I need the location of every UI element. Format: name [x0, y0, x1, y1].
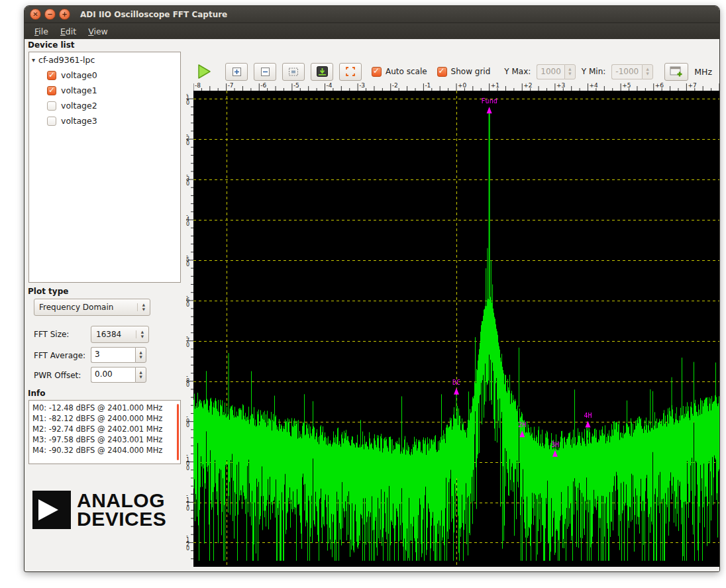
auto-scale-checkbox[interactable] — [372, 67, 382, 77]
spinner-arrows-icon[interactable]: ▲▼ — [135, 347, 146, 363]
titlebar: ✕ − + ADI IIO Oscilloscope FFT Capture — [25, 6, 719, 23]
channel-label: voltage1 — [61, 85, 97, 95]
fft-size-combo[interactable]: 16384 ▲▼ — [91, 326, 149, 343]
zoom-in-button[interactable] — [225, 63, 248, 81]
svg-text:-6: -6 — [260, 82, 266, 89]
app-window: ✕ − + ADI IIO Oscilloscope FFT Capture F… — [24, 5, 720, 572]
svg-text:0: 0 — [186, 302, 189, 308]
channel-checkbox-voltage3[interactable] — [47, 117, 56, 126]
fullscreen-icon — [345, 66, 356, 77]
analog-devices-logo: ANALOG DEVICES — [32, 491, 166, 529]
svg-text:0: 0 — [186, 140, 189, 146]
channel-label: voltage3 — [61, 116, 97, 126]
channel-checkbox-voltage0[interactable] — [47, 71, 56, 80]
new-plot-icon — [670, 66, 684, 77]
minimize-button[interactable]: − — [44, 9, 56, 20]
y-min-value: -1000 — [611, 64, 642, 79]
y-max-value: 1000 — [537, 64, 564, 79]
auto-scale-toggle[interactable]: Auto scale — [372, 67, 427, 77]
channel-row-voltage3[interactable]: voltage3 — [29, 113, 180, 128]
y-max-spinner: 1000 ▲▼ — [537, 64, 576, 79]
unit-label: MHz — [694, 67, 712, 77]
svg-text:-8: -8 — [195, 82, 201, 89]
save-image-button[interactable] — [311, 63, 333, 81]
info-label: Info — [28, 389, 45, 398]
channel-list: voltage0voltage1voltage2voltage3 — [29, 68, 180, 128]
zoom-in-icon — [232, 67, 242, 77]
info-line: M3: -97.58 dBFS @ 2403.001 MHz — [29, 434, 180, 445]
spinner-arrows-icon[interactable]: ▲▼ — [135, 367, 146, 383]
svg-text:+0: +0 — [458, 82, 467, 89]
svg-text:+4: +4 — [590, 82, 599, 89]
combo-arrows-icon: ▲▼ — [136, 330, 144, 338]
svg-text:+1: +1 — [491, 82, 499, 89]
new-plot-button[interactable] — [664, 63, 688, 81]
channel-row-voltage0[interactable]: voltage0 — [29, 68, 180, 83]
show-grid-checkbox[interactable] — [437, 67, 447, 77]
plot-toolbar: Auto scale Show grid Y Max: 1000 ▲▼ Y Mi… — [190, 59, 719, 84]
info-scroll-indicator — [177, 404, 179, 460]
svg-text:-4: -4 — [327, 82, 333, 89]
channel-row-voltage1[interactable]: voltage1 — [29, 83, 180, 98]
channel-checkbox-voltage2[interactable] — [47, 101, 56, 111]
device-list-label: Device list — [28, 40, 75, 50]
svg-text:0: 0 — [186, 181, 189, 187]
expander-icon[interactable]: ▾ — [32, 56, 35, 64]
spinner-arrows-icon: ▲▼ — [642, 64, 653, 79]
fft-size-label: FFT Size: — [34, 330, 69, 339]
menubar: FileEditView — [25, 23, 719, 39]
capture-play-button[interactable] — [195, 63, 213, 81]
svg-text:0: 0 — [186, 262, 189, 268]
zoom-out-icon — [260, 67, 270, 77]
channel-label: voltage0 — [61, 70, 97, 80]
zoom-fit-button[interactable] — [282, 63, 305, 81]
channel-row-voltage2[interactable]: voltage2 — [29, 98, 180, 113]
menu-file[interactable]: File — [28, 24, 54, 38]
svg-text:-7: -7 — [228, 82, 234, 89]
y-min-spinner: -1000 ▲▼ — [611, 64, 653, 79]
fft-size-value: 16384 — [96, 330, 121, 339]
pwr-offset-spinner[interactable]: 0.00 ▲▼ — [91, 367, 146, 383]
fft-average-spinner[interactable]: 3 ▲▼ — [91, 347, 146, 363]
pwr-offset-value[interactable]: 0.00 — [91, 367, 135, 383]
menu-view[interactable]: View — [82, 24, 114, 38]
play-icon — [196, 63, 212, 80]
info-line: M2: -92.74 dBFS @ 2402.001 MHz — [29, 424, 180, 434]
svg-text:+2: +2 — [523, 82, 532, 89]
close-button[interactable]: ✕ — [30, 9, 41, 20]
show-grid-label: Show grid — [451, 67, 491, 76]
maximize-button[interactable]: + — [59, 9, 70, 20]
svg-text:+5: +5 — [622, 82, 631, 89]
channel-label: voltage2 — [61, 101, 97, 111]
fft-plot[interactable] — [193, 91, 719, 567]
svg-text:-1: -1 — [425, 82, 431, 89]
save-capture-icon — [317, 66, 328, 77]
menu-edit[interactable]: Edit — [54, 24, 82, 38]
plot-type-value: Frequency Domain — [39, 303, 113, 312]
svg-text:+6: +6 — [655, 82, 664, 89]
auto-scale-label: Auto scale — [386, 67, 427, 76]
adi-triangle-logo-icon — [32, 491, 71, 529]
fullscreen-button[interactable] — [339, 63, 362, 81]
plot-region: -8-7-6-5-4-3-2-1+0+1+2+3+4+5+6+7+8 -10-2… — [184, 81, 719, 571]
fft-average-value[interactable]: 3 — [91, 347, 135, 363]
plot-type-combo[interactable]: Frequency Domain ▲▼ — [34, 299, 150, 316]
y-axis-ruler: -10-20-30-40-50-60-70-80-90-100-110-120 — [184, 91, 193, 567]
svg-text:0: 0 — [186, 506, 189, 512]
channel-checkbox-voltage1[interactable] — [47, 86, 56, 95]
show-grid-toggle[interactable]: Show grid — [437, 67, 491, 77]
info-panel: M0: -12.48 dBFS @ 2401.000 MHzM1: -82.12… — [28, 400, 181, 464]
adi-logo-text: ANALOG DEVICES — [77, 491, 166, 528]
fft-average-label: FFT Average: — [34, 351, 85, 360]
info-line: M4: -90.32 dBFS @ 2404.000 MHz — [29, 445, 180, 456]
marker-info-list: M0: -12.48 dBFS @ 2401.000 MHzM1: -82.12… — [29, 401, 180, 456]
zoom-fit-icon — [288, 67, 299, 77]
device-tree-root[interactable]: ▾ cf-ad9361-lpc — [29, 52, 180, 68]
y-max-label: Y Max: — [504, 67, 531, 76]
zoom-out-button[interactable] — [254, 63, 276, 81]
window-title: ADI IIO Oscilloscope FFT Capture — [80, 10, 227, 19]
combo-arrows-icon: ▲▼ — [137, 303, 145, 311]
info-line: M0: -12.48 dBFS @ 2401.000 MHz — [29, 403, 180, 413]
svg-text:+7: +7 — [688, 82, 696, 89]
y-min-label: Y Min: — [582, 67, 605, 76]
